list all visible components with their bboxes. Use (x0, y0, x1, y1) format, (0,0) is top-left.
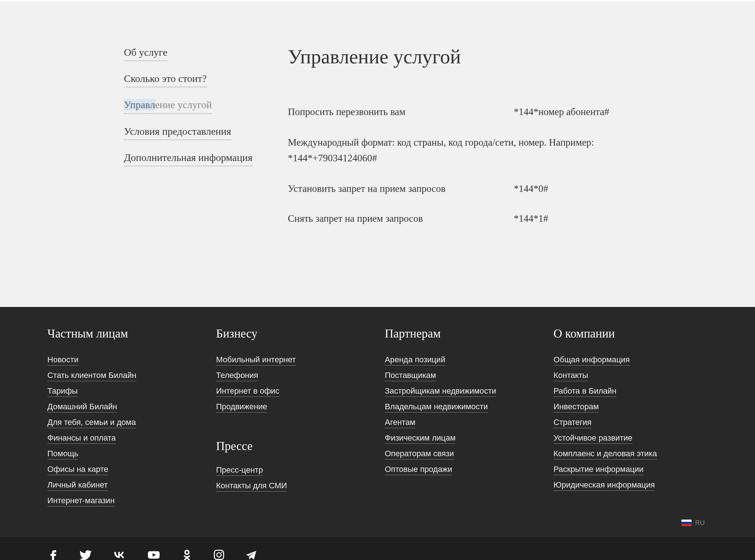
footer-col-partners: Партнерам Аренда позиций Поставщикам Зас… (385, 327, 539, 512)
language-label: RU (695, 519, 705, 527)
footer-link[interactable]: Юридическая информация (553, 480, 655, 491)
footer-link[interactable]: Личный кабинет (47, 480, 108, 491)
footer-heading: Партнерам (385, 327, 539, 340)
footer-col-company: О компании Общая информация Контакты Раб… (553, 327, 708, 512)
footer-col-business: Бизнесу Мобильный интернет Телефония Инт… (216, 327, 370, 512)
footer-heading: О компании (553, 327, 708, 340)
footer-link[interactable]: Контакты для СМИ (216, 481, 287, 492)
footer-link[interactable]: Тарифы (47, 386, 78, 397)
vk-icon[interactable] (112, 549, 127, 560)
row-value: *144*0# (514, 181, 638, 196)
footer-link[interactable]: Продвижение (216, 402, 267, 413)
footer-columns: Частным лицам Новости Стать клиентом Бил… (47, 327, 708, 512)
sidebar-item-manage: Управление услугой (124, 98, 212, 114)
footer-link[interactable]: Для тебя, семьи и дома (47, 418, 136, 428)
footer-link[interactable]: Физическим лицам (385, 433, 455, 444)
footer-link[interactable]: Телефония (216, 371, 258, 381)
row-label: Снять запрет на прием запросов (288, 211, 514, 226)
sidebar-nav: Об услуге Сколько это стоит? Управление … (124, 45, 262, 241)
twitter-icon[interactable] (79, 549, 92, 560)
youtube-icon[interactable] (146, 549, 161, 560)
footer-link[interactable]: Владельцам недвижимости (385, 402, 488, 413)
format-note: Международный формат: код страны, код го… (288, 135, 638, 166)
table-row: Установить запрет на прием запросов *144… (288, 181, 638, 196)
footer-link[interactable]: Контакты (553, 371, 588, 381)
footer-heading: Бизнесу (216, 327, 370, 340)
main-content: Об услуге Сколько это стоит? Управление … (0, 1, 755, 307)
row-label: Попросить перезвонить вам (288, 104, 514, 119)
content-area: Управление услугой Попросить перезвонить… (288, 45, 638, 241)
sidebar-item-cost[interactable]: Сколько это стоит? (124, 71, 207, 87)
row-label: Установить запрет на прием запросов (288, 181, 514, 196)
footer-link[interactable]: Стратегия (553, 418, 591, 428)
footer-link[interactable]: Общая информация (553, 355, 630, 366)
footer-heading: Прессе (216, 439, 370, 453)
footer-link[interactable]: Мобильный интернет (216, 355, 296, 366)
footer-link[interactable]: Инвесторам (553, 402, 599, 413)
footer-link[interactable]: Офисы на карте (47, 465, 108, 475)
flag-ru-icon (681, 520, 692, 526)
footer: Частным лицам Новости Стать клиентом Бил… (0, 307, 755, 537)
social-bar (0, 537, 755, 560)
footer-link[interactable]: Пресс-центр (216, 465, 263, 476)
footer-col-personal: Частным лицам Новости Стать клиентом Бил… (47, 327, 202, 512)
table-row: Попросить перезвонить вам *144*номер або… (288, 104, 638, 119)
footer-link[interactable]: Домашний Билайн (47, 402, 117, 413)
sidebar-item-terms[interactable]: Условия предоставления (124, 124, 231, 140)
footer-link[interactable]: Работа в Билайн (553, 386, 617, 397)
row-value: *144*1# (514, 211, 638, 226)
footer-link[interactable]: Оптовые продажи (385, 465, 452, 475)
page-title: Управление услугой (288, 45, 638, 68)
instagram-icon[interactable] (213, 549, 225, 560)
sidebar-item-additional[interactable]: Дополнительная информация (124, 150, 253, 166)
row-value: *144*номер абонента# (514, 104, 638, 119)
table-row: Снять запрет на прием запросов *144*1# (288, 211, 638, 226)
footer-link[interactable]: Устойчивое развитие (553, 433, 633, 444)
footer-link[interactable]: Раскрытие информации (553, 465, 643, 475)
footer-heading: Частным лицам (47, 327, 202, 340)
footer-link[interactable]: Комплаенс и деловая этика (553, 449, 657, 460)
footer-link[interactable]: Интернет в офис (216, 386, 279, 397)
odnoklassniki-icon[interactable] (181, 549, 193, 560)
footer-link[interactable]: Помощь (47, 449, 78, 460)
footer-link[interactable]: Стать клиентом Билайн (47, 371, 136, 381)
footer-link[interactable]: Финансы и оплата (47, 433, 116, 444)
footer-link[interactable]: Агентам (385, 418, 415, 428)
footer-link[interactable]: Интернет-магазин (47, 496, 115, 506)
footer-link[interactable]: Аренда позиций (385, 355, 445, 366)
telegram-icon[interactable] (245, 549, 257, 560)
footer-link[interactable]: Застройщикам недвижимости (385, 386, 496, 397)
sidebar-item-about[interactable]: Об услуге (124, 45, 167, 61)
language-selector[interactable]: RU (681, 519, 705, 527)
facebook-icon[interactable] (47, 549, 60, 560)
footer-link[interactable]: Операторам связи (385, 449, 454, 460)
footer-link[interactable]: Поставщикам (385, 371, 436, 381)
footer-link[interactable]: Новости (47, 355, 78, 366)
